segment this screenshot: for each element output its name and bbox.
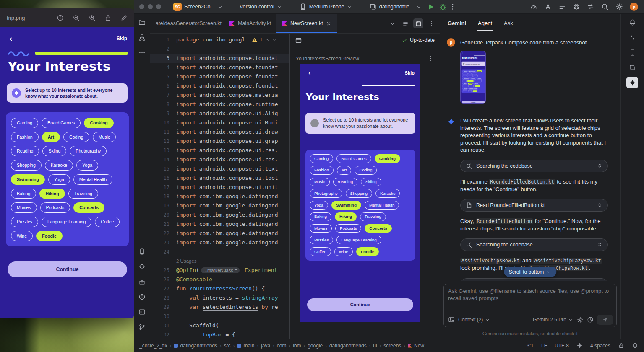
code-line[interactable]: 14import androidx.compose.ui.res. [150, 155, 289, 164]
code-line[interactable]: 6import androidx.compose.foundat [150, 81, 289, 91]
notifications-icon[interactable] [626, 16, 638, 28]
code-line[interactable]: 5import androidx.compose.foundat [150, 72, 289, 81]
code-line[interactable]: 15import androidx.compose.ui.text [150, 164, 289, 173]
hidden-tabs-chevron[interactable] [387, 18, 397, 28]
gemini-icon[interactable] [626, 77, 638, 88]
notifications-bell-icon[interactable] [632, 342, 638, 349]
code-line[interactable]: 23import com.ibm.google.datingand [150, 238, 289, 247]
code-line[interactable]: 21import com.ibm.google.datingand [150, 220, 289, 229]
zoom-in-icon[interactable] [89, 14, 96, 21]
gemini-settings-icon[interactable] [577, 316, 584, 323]
tab-agent[interactable]: Agent [472, 16, 498, 31]
code-mode-button[interactable] [400, 18, 410, 28]
resource-manager-icon[interactable] [136, 261, 148, 272]
code-line[interactable]: 2 [150, 44, 289, 54]
tab-ateideasgeneratorscreen-kt[interactable]: ateIdeasGeneratorScreen.kt [150, 14, 224, 33]
app-inspection-icon[interactable] [573, 3, 580, 10]
tool-call-card[interactable]: Searching the codebase [460, 160, 608, 172]
code-line[interactable]: 28 val interests = stringArray [150, 293, 289, 303]
tab-mainactivity-kt[interactable]: MainActivity.kt [224, 14, 276, 33]
history-icon[interactable] [587, 316, 594, 323]
file-encoding[interactable]: UTF-8 [555, 343, 569, 349]
search-everywhere-icon[interactable] [601, 3, 609, 10]
code-line[interactable]: 9import androidx.compose.ui.Alig [150, 109, 289, 118]
run-configuration[interactable]: datingandfrie... [366, 2, 425, 12]
sync-project-icon[interactable] [587, 3, 594, 10]
expand-icon[interactable] [597, 163, 602, 168]
code-line[interactable]: 4import androidx.compose.foundat [150, 63, 289, 72]
code-line[interactable]: 18import com.ibm.google.datingand [150, 192, 289, 201]
line-separator[interactable]: LF [541, 343, 547, 349]
code-line[interactable]: 19import com.ibm.google.datingand [150, 201, 289, 210]
breadcrumb-item[interactable]: screens [383, 343, 401, 349]
readonly-lock-icon[interactable] [618, 342, 624, 349]
project-widget[interactable]: SC Screen2Co... [170, 1, 226, 12]
indent-setting[interactable]: 4 spaces [590, 343, 610, 349]
breadcrumb-item[interactable]: New [408, 343, 424, 349]
zoom-window-button[interactable] [156, 4, 161, 9]
zoom-out-icon[interactable] [73, 14, 80, 21]
attach-image-icon[interactable] [448, 316, 455, 323]
code-line[interactable]: 27fun YourInterestsScreen() { [150, 284, 289, 293]
code-line[interactable]: 16import androidx.compose.ui.tool [150, 173, 289, 183]
split-mode-button[interactable] [413, 18, 423, 28]
breadcrumb-item[interactable]: google [308, 343, 323, 349]
code-line[interactable]: 26@Composable [150, 275, 289, 284]
device-manager-icon[interactable] [626, 47, 638, 58]
code-line[interactable]: 31 Scaffold( [150, 321, 289, 330]
close-window-button[interactable] [139, 4, 144, 9]
breadcrumb-item[interactable]: main [237, 343, 254, 349]
window-controls[interactable] [139, 4, 161, 9]
breadcrumb-item[interactable]: src [224, 343, 231, 349]
code-line[interactable]: 2 Usages [150, 256, 289, 266]
info-icon[interactable] [57, 14, 64, 21]
ai-actions-icon[interactable] [544, 3, 552, 10]
device-selector[interactable]: Medium Phone [296, 2, 355, 12]
code-line[interactable]: 22import com.ibm.google.datingand [150, 229, 289, 238]
scroll-to-bottom-button[interactable]: Scroll to bottom [504, 267, 556, 277]
profiler-icon[interactable] [530, 3, 537, 10]
code-line[interactable]: 1package com.ibm.googl1 [150, 35, 289, 44]
expand-icon[interactable] [597, 202, 602, 208]
code-line[interactable]: 17import androidx.compose.ui.unit [150, 183, 289, 192]
tool-call-card[interactable]: Read RoundedFilledButton.kt [460, 199, 608, 212]
code-line[interactable]: 12import androidx.compose.ui.grap [150, 137, 289, 146]
breadcrumb-item[interactable]: java [261, 343, 270, 349]
breadcrumb-item[interactable]: com [277, 343, 287, 349]
project-icon[interactable] [136, 16, 148, 28]
ui-check-mode-icon[interactable] [295, 37, 302, 44]
breadcrumb-item[interactable]: _circle_2_fix [139, 343, 167, 349]
code-line[interactable]: 3import androidx.compose.foundat [150, 54, 289, 63]
device-explorer-icon[interactable] [626, 62, 638, 73]
breadcrumb-item[interactable]: ui [373, 343, 377, 349]
tool-call-card[interactable]: Read AssistiveChipsRow.kt [460, 278, 608, 282]
debug-button[interactable] [439, 3, 447, 11]
structure-icon[interactable] [136, 31, 148, 43]
code-editor[interactable]: 1package com.ibm.googl123import androidx… [150, 34, 289, 339]
vcs-widget[interactable]: Version control [237, 3, 285, 11]
model-selector[interactable]: Gemini 2.5 Pro [533, 317, 574, 323]
send-button[interactable] [597, 315, 613, 325]
markup-icon[interactable] [120, 14, 128, 21]
code-line[interactable]: 25@OptIn(...markerClass = Experiment [150, 266, 289, 275]
breadcrumb-item[interactable]: ibm [293, 343, 301, 349]
code-line[interactable]: 20import com.ibm.google.datingand [150, 210, 289, 220]
running-devices-icon[interactable] [136, 246, 148, 257]
code-line[interactable]: 32 topBar = { [150, 330, 289, 339]
minimize-window-button[interactable] [148, 4, 153, 9]
tab-newscreen-kt[interactable]: NewScreen.kt [276, 14, 337, 33]
problems-icon[interactable] [136, 291, 148, 303]
more-tool-windows-icon[interactable] [136, 47, 148, 58]
inspection-widget[interactable]: 1 [252, 35, 276, 44]
settings-icon[interactable] [615, 3, 623, 10]
expand-icon[interactable] [597, 242, 602, 247]
gemini-status-icon[interactable] [576, 342, 583, 349]
code-line[interactable]: 7import androidx.compose.materia [150, 91, 289, 100]
context-dropdown[interactable]: Context (2) [458, 317, 490, 323]
preview-menu-icon[interactable] [428, 55, 434, 62]
share-icon[interactable] [104, 14, 112, 21]
code-line[interactable]: 30 [150, 312, 289, 321]
code-line[interactable]: 24 [150, 247, 289, 256]
cursor-position[interactable]: 3:1 [527, 343, 534, 349]
editor-more-icon[interactable] [426, 18, 436, 28]
